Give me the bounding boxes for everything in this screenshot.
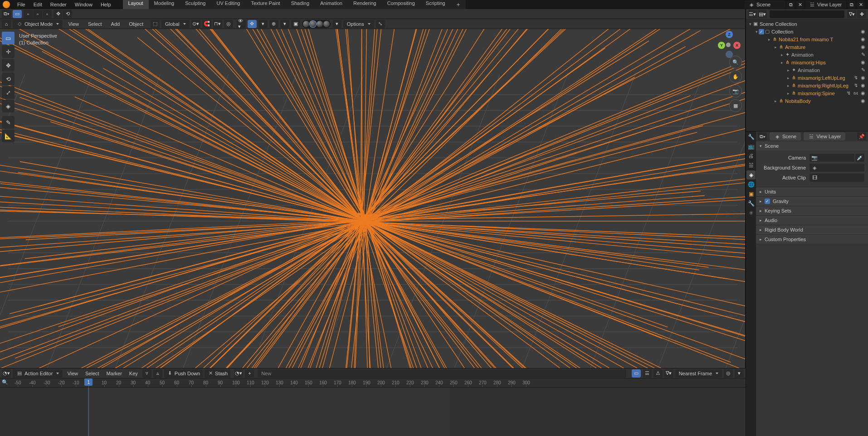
selectmode-2[interactable]: ▫ [33,10,42,18]
orientation-icon[interactable]: ⬚ [151,20,160,28]
tl-corner[interactable]: ▾ [735,369,744,378]
scene-collection-row[interactable]: ▾▣ Scene Collection [746,20,868,28]
gravity-checkbox[interactable]: ✓ [765,199,770,204]
playhead[interactable]: 1 [84,378,93,386]
proptab-object[interactable]: ▣ [746,189,756,199]
tl-filter[interactable]: ∇▾ [664,369,673,378]
dopesheet-editor-icon[interactable]: ◔▾ [2,369,11,378]
editor-type-button[interactable]: ⧉▾ [2,10,11,18]
proptab-modifier[interactable]: 🔧 [746,199,756,208]
eye-icon[interactable]: ◉ [860,29,866,34]
pin-button[interactable]: 📌 [857,132,866,140]
outliner-new-collection[interactable]: ✚ [857,10,866,18]
tl-menu-view[interactable]: View [64,371,81,376]
shading-options[interactable]: ▾ [332,20,341,28]
vp-menu-select[interactable]: Select [84,21,106,27]
context-viewlayer-button[interactable]: ☱View Layer [804,132,845,140]
viewlayer-selector[interactable]: ☱View Layer [805,0,846,9]
axis-z[interactable]: Z [726,31,733,38]
pivot-button[interactable]: ⊙▾ [191,20,200,28]
timeline-body[interactable] [0,388,746,436]
move-tool[interactable]: ✥ [2,59,15,72]
tl-filter-down[interactable]: ▿ [142,369,151,378]
gravity-header[interactable]: ✓Gravity [756,197,868,206]
stash-button[interactable]: ✕Stash [205,369,230,378]
outliner-row[interactable]: ▸⋔mixamorig:LeftUpLeg↯◉ [746,74,868,82]
menu-window[interactable]: Window [71,0,96,9]
xray-toggle[interactable]: ▣ [291,20,300,28]
action-browse-icon[interactable]: ◔▾ [234,369,243,378]
vp-menu-view[interactable]: View [64,21,83,27]
units-header[interactable]: Units [756,187,868,196]
snap-selector[interactable]: Nearest Frame [675,369,722,378]
snap-toggle[interactable]: 🧲 [202,20,211,28]
rotate-tool[interactable]: ⟲ [2,73,15,85]
tl-filter-up[interactable]: ▵ [153,369,162,378]
tl-menu-marker[interactable]: Marker [104,371,125,376]
new-viewlayer-button[interactable]: ⧉ [848,1,855,9]
edit-icon[interactable]: ✎ [860,52,866,58]
outliner-filter[interactable]: ∇▾ [847,10,856,18]
visibility-eye-icon[interactable]: ◉ [860,82,866,88]
bgscene-field[interactable]: ◈ [809,164,864,172]
scene-panel-header[interactable]: Scene [756,141,868,150]
outliner-editor-icon[interactable]: ☰▾ [748,10,757,18]
tl-select-tool[interactable]: ▭ [632,369,641,378]
overlay-type[interactable]: ▾ [280,20,289,28]
3d-viewport[interactable]: User Perspective (1) Collection ▭ ✛ ✥ ⟲ … [0,29,745,368]
tl-selected-only[interactable]: ⚠ [653,369,663,378]
outliner-row[interactable]: ▸⋔mixamorig:Hips◉ [746,58,868,66]
new-scene-button[interactable]: ⧉ [787,1,795,9]
menu-render[interactable]: Render [47,0,70,9]
camera-eyedropper[interactable]: 💉 [855,154,864,162]
perspective-toggle-button[interactable]: ▦ [730,100,741,111]
proportional-toggle[interactable]: ◎ [224,20,233,28]
proptab-world[interactable]: 🌐 [746,180,756,189]
snap-type[interactable]: ⊓▾ [213,20,222,28]
menu-help[interactable]: Help [97,0,115,9]
scale-tool[interactable]: ⤢ [2,86,15,99]
gizmo-type[interactable]: ▾ [258,20,268,28]
drag-button[interactable]: ✥ [54,10,63,18]
dopesheet-mode[interactable]: ▤Action Editor [13,369,63,378]
link-icon[interactable]: ↯ [853,75,859,81]
keying-header[interactable]: Keying Sets [756,206,868,215]
rendered-shading[interactable] [323,21,330,27]
channel-search-icon[interactable]: 🔍 [2,379,8,385]
navigation-gizmo[interactable]: X Y Z [715,32,741,58]
outliner-row[interactable]: ▸⋔mixamorig:RightUpLeg↯◉ [746,82,868,89]
tl-menu-select[interactable]: Select [83,371,102,376]
timeline-ruler[interactable]: 🔍 -50-40-30-20-1001020304050607080901001… [0,378,746,388]
selectmode-1[interactable]: ▫ [24,10,33,18]
camera-field[interactable]: 📷 [809,154,854,162]
outliner-row[interactable]: ▸✦Animation✎ [746,66,868,74]
visibility-eye-icon[interactable]: ◉ [860,44,866,50]
tl-menu-key[interactable]: Key [127,371,141,376]
outliner-row[interactable]: ▸⋔Armature◉ [746,43,868,51]
editor-corner-icon[interactable]: ⤡ [376,20,385,28]
link-icon[interactable]: ↯ [845,90,852,96]
annotate-tool[interactable]: ✎ [2,116,15,129]
axis-x[interactable]: X [733,42,741,49]
rigidbody-header[interactable]: Rigid Body World [756,225,868,234]
vp-menu-object[interactable]: Object [125,21,147,27]
proptab-output[interactable]: 🖨 [746,151,756,160]
visibility-eye-icon[interactable]: ◉ [860,75,866,81]
outliner-display-mode[interactable]: ▤▾ [758,10,767,18]
solid-shading[interactable] [310,21,316,27]
vp-menu-add[interactable]: Add [107,21,124,27]
visibility-eye-icon[interactable]: ◉ [860,36,866,42]
drag-button-2[interactable]: ⟲ [63,10,72,18]
orientation-selector[interactable]: Global [161,20,190,28]
selectmode-3[interactable]: ▫ [43,10,52,18]
select-tool-icon[interactable]: ▭ [13,10,22,18]
proptab-physics[interactable]: ⚛ [746,208,756,218]
axis-y[interactable]: Y [718,42,725,49]
tl-proportional[interactable]: ◎ [724,369,733,378]
camera-view-button[interactable]: 📷 [730,85,741,97]
transform-tool[interactable]: ◈ [2,100,15,112]
material-shading[interactable] [317,21,323,27]
cursor-tool[interactable]: ✛ [2,45,15,58]
outliner-row[interactable]: ▸⋔Nobita21 from mixamo T◉ [746,35,868,43]
customprops-header[interactable]: Custom Properties [756,235,868,244]
